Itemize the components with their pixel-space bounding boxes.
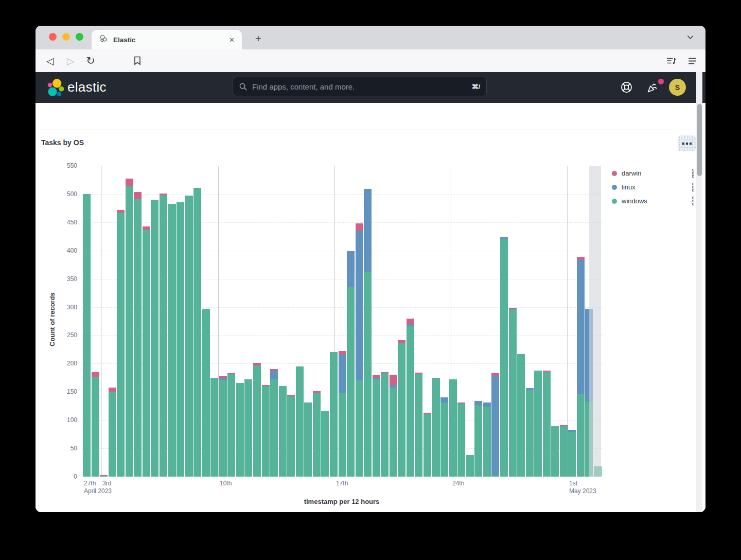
bar-segment-windows[interactable]	[185, 196, 193, 477]
bar[interactable]	[160, 194, 167, 477]
bar-segment-windows[interactable]	[330, 352, 338, 477]
bar-segment-darwin[interactable]	[577, 257, 585, 260]
bar-segment-windows[interactable]	[347, 287, 355, 477]
bar[interactable]	[517, 354, 525, 477]
bar[interactable]	[168, 204, 176, 477]
bar[interactable]	[551, 426, 559, 477]
bar[interactable]	[364, 189, 372, 477]
tab-media-list-icon[interactable]	[664, 54, 679, 68]
bar[interactable]	[296, 366, 304, 477]
bar-segment-linux[interactable]	[577, 260, 585, 394]
bar-segment-windows[interactable]	[253, 365, 261, 477]
bar[interactable]	[304, 402, 312, 477]
bar-segment-windows[interactable]	[193, 188, 201, 477]
bar-segment-windows[interactable]	[296, 366, 304, 477]
bar[interactable]	[185, 196, 193, 477]
bar-segment-linux[interactable]	[270, 371, 278, 380]
avatar[interactable]: S	[669, 79, 686, 96]
bar-segment-windows[interactable]	[202, 309, 210, 477]
bar[interactable]	[491, 373, 499, 477]
bar-segment-windows[interactable]	[313, 393, 321, 477]
bar-segment-linux[interactable]	[474, 401, 482, 406]
bar[interactable]	[143, 226, 150, 477]
bar-segment-windows[interactable]	[321, 411, 329, 477]
bar[interactable]	[474, 401, 482, 477]
bar[interactable]	[219, 376, 227, 477]
bar-segment-windows[interactable]	[568, 432, 576, 477]
legend-label[interactable]: linux	[622, 183, 687, 191]
bar[interactable]	[356, 223, 363, 477]
bar-segment-windows[interactable]	[534, 371, 542, 477]
minimize-window-button[interactable]	[62, 33, 70, 41]
bar-segment-windows[interactable]	[126, 186, 133, 477]
bar-segment-windows[interactable]	[551, 426, 559, 477]
bar-segment-darwin[interactable]	[126, 179, 133, 186]
bar[interactable]	[339, 351, 346, 477]
bar[interactable]	[415, 373, 422, 477]
bar-segment-windows[interactable]	[143, 230, 150, 477]
bar-segment-windows[interactable]	[398, 343, 405, 477]
bar-segment-windows[interactable]	[210, 378, 218, 477]
bar-segment-windows[interactable]	[177, 202, 184, 477]
bar[interactable]	[109, 388, 116, 477]
legend-item-windows[interactable]: windows	[612, 194, 694, 208]
bar-segment-windows[interactable]	[160, 195, 167, 477]
elastic-logo-icon[interactable]	[46, 78, 65, 99]
maximize-window-button[interactable]	[76, 33, 83, 41]
bar-segment-darwin[interactable]	[339, 351, 346, 355]
bar-segment-windows[interactable]	[424, 414, 431, 477]
legend-item-darwin[interactable]: darwin	[612, 166, 694, 180]
bar[interactable]	[126, 179, 133, 477]
bar[interactable]	[92, 372, 99, 477]
bar-segment-windows[interactable]	[526, 390, 534, 477]
bar-segment-windows[interactable]	[415, 374, 422, 477]
bar-segment-windows[interactable]	[287, 396, 295, 477]
bar-segment-windows[interactable]	[83, 194, 91, 477]
bar-segment-windows[interactable]	[373, 379, 380, 477]
bar-segment-windows[interactable]	[466, 455, 474, 477]
bar-segment-windows[interactable]	[500, 239, 508, 477]
bookmark-icon[interactable]	[130, 54, 145, 68]
bar[interactable]	[457, 402, 465, 477]
legend-label[interactable]: windows	[622, 197, 687, 205]
bar-segment-windows[interactable]	[407, 326, 414, 477]
bar[interactable]	[270, 369, 278, 477]
bar[interactable]	[509, 308, 517, 477]
bar[interactable]	[543, 371, 551, 477]
bar[interactable]	[466, 455, 474, 477]
bar[interactable]	[279, 386, 287, 477]
bar-segment-windows[interactable]	[432, 378, 440, 477]
bar-segment-windows[interactable]	[577, 394, 585, 477]
legend-label[interactable]: darwin	[622, 169, 687, 177]
close-window-button[interactable]	[49, 33, 57, 41]
browser-tab[interactable]: Elastic ✕	[92, 30, 242, 49]
bar[interactable]	[483, 402, 491, 477]
bar[interactable]	[177, 202, 184, 477]
scrollbar-thumb[interactable]	[697, 104, 702, 176]
bar-segment-darwin[interactable]	[390, 375, 397, 385]
bar-segment-windows[interactable]	[483, 407, 491, 477]
bar[interactable]	[373, 375, 380, 477]
bar[interactable]	[193, 188, 201, 477]
tabstrip-chevron-icon[interactable]	[686, 33, 694, 43]
bar-segment-windows[interactable]	[151, 200, 158, 477]
bar[interactable]	[390, 375, 397, 477]
bar-segment-windows[interactable]	[304, 402, 312, 477]
bar-segment-windows[interactable]	[364, 272, 372, 477]
bar-segment-darwin[interactable]	[92, 372, 99, 377]
bar-segment-windows[interactable]	[491, 476, 499, 477]
bar[interactable]	[236, 383, 244, 477]
bar-segment-darwin[interactable]	[407, 319, 414, 324]
bar-segment-linux[interactable]	[347, 251, 355, 287]
bar[interactable]	[568, 430, 576, 477]
bar[interactable]	[440, 397, 448, 477]
bar-segment-windows[interactable]	[227, 374, 235, 477]
bar-segment-linux[interactable]	[339, 355, 346, 393]
bar-segment-windows[interactable]	[339, 393, 346, 477]
bar-segment-windows[interactable]	[381, 373, 389, 477]
legend-actions-icon[interactable]	[692, 183, 695, 191]
bar-segment-windows[interactable]	[356, 380, 363, 477]
bar[interactable]	[134, 192, 142, 477]
back-button[interactable]: ◁	[43, 54, 57, 68]
bar-segment-linux[interactable]	[440, 397, 448, 402]
